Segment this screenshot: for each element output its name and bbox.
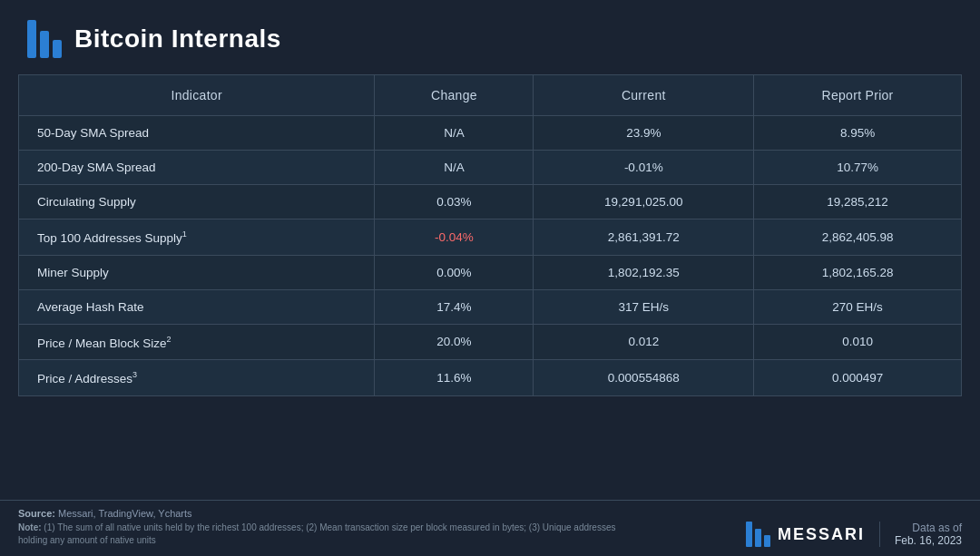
messari-bar-2 (755, 529, 761, 547)
bitcoin-internals-logo (27, 20, 62, 58)
messari-bar-1 (746, 522, 752, 547)
data-as-of: Data as of Feb. 16, 2023 (879, 522, 962, 547)
table-row: Miner Supply0.00%1,802,192.351,802,165.2… (19, 255, 962, 289)
cell-indicator: 200-Day SMA Spread (19, 151, 375, 185)
page-title: Bitcoin Internals (74, 24, 281, 54)
cell-report-prior: 0.000497 (754, 360, 962, 396)
logo-bar-3 (53, 40, 62, 58)
data-as-of-date: Feb. 16, 2023 (895, 534, 962, 547)
cell-change: 11.6% (375, 360, 534, 396)
cell-report-prior: 0.010 (754, 324, 962, 360)
cell-indicator: Price / Mean Block Size2 (19, 324, 375, 360)
cell-report-prior: 270 EH/s (754, 289, 962, 324)
note-value: (1) The sum of all native units held by … (18, 522, 615, 545)
data-table-container: Indicator Change Current Report Prior 50… (0, 74, 980, 500)
cell-indicator: Circulating Supply (19, 185, 375, 219)
table-row: Circulating Supply0.03%19,291,025.0019,2… (19, 185, 962, 219)
table-row: 50-Day SMA SpreadN/A23.9%8.95% (19, 116, 962, 151)
source-label: Source: (18, 508, 55, 519)
col-header-change: Change (375, 75, 534, 116)
cell-change: 0.00% (375, 255, 534, 289)
logo-bar-1 (27, 20, 36, 58)
cell-change: N/A (375, 151, 534, 185)
footer-notes: Source: Messari, TradingView, Ycharts No… (18, 508, 635, 547)
col-header-current: Current (534, 75, 754, 116)
cell-current: 0.000554868 (534, 360, 754, 396)
table-row: Price / Mean Block Size220.0%0.0120.010 (19, 324, 962, 360)
table-row: Average Hash Rate17.4%317 EH/s270 EH/s (19, 289, 962, 324)
note-label: Note: (18, 522, 42, 532)
cell-change: 17.4% (375, 289, 534, 324)
cell-current: 1,802,192.35 (534, 255, 754, 289)
messari-brand-name: MESSARI (778, 525, 865, 544)
col-header-indicator: Indicator (19, 75, 375, 116)
cell-current: 2,861,391.72 (534, 219, 754, 256)
cell-change: 20.0% (375, 324, 534, 360)
messari-bar-3 (764, 535, 770, 547)
footer-branding: MESSARI Data as of Feb. 16, 2023 (746, 522, 962, 547)
messari-logo-icon (746, 522, 770, 547)
cell-current: 23.9% (534, 116, 754, 151)
table-row: 200-Day SMA SpreadN/A-0.01%10.77% (19, 151, 962, 185)
cell-indicator: 50-Day SMA Spread (19, 116, 375, 151)
cell-change: N/A (375, 116, 534, 151)
source-value: Messari, TradingView, Ycharts (58, 508, 192, 519)
cell-change: 0.03% (375, 185, 534, 219)
messari-logo: MESSARI (746, 522, 865, 547)
page-footer: Source: Messari, TradingView, Ycharts No… (0, 500, 980, 556)
cell-current: 0.012 (534, 324, 754, 360)
cell-indicator: Top 100 Addresses Supply1 (19, 219, 375, 256)
cell-current: -0.01% (534, 151, 754, 185)
cell-current: 19,291,025.00 (534, 185, 754, 219)
cell-change: -0.04% (375, 219, 534, 256)
logo-bar-2 (40, 31, 49, 58)
data-as-of-label: Data as of (895, 522, 962, 534)
cell-indicator: Miner Supply (19, 255, 375, 289)
footer-source: Source: Messari, TradingView, Ycharts (18, 508, 635, 519)
cell-indicator: Price / Addresses3 (19, 360, 375, 396)
footer-note: Note: (1) The sum of all native units he… (18, 522, 635, 547)
table-row: Price / Addresses311.6%0.0005548680.0004… (19, 360, 962, 396)
cell-current: 317 EH/s (534, 289, 754, 324)
table-row: Top 100 Addresses Supply1-0.04%2,861,391… (19, 219, 962, 256)
cell-report-prior: 10.77% (754, 151, 962, 185)
cell-report-prior: 19,285,212 (754, 185, 962, 219)
page-header: Bitcoin Internals (0, 0, 980, 74)
cell-report-prior: 1,802,165.28 (754, 255, 962, 289)
col-header-report-prior: Report Prior (754, 75, 962, 116)
table-header-row: Indicator Change Current Report Prior (19, 75, 962, 116)
cell-indicator: Average Hash Rate (19, 289, 375, 324)
bitcoin-internals-table: Indicator Change Current Report Prior 50… (18, 74, 962, 396)
cell-report-prior: 8.95% (754, 116, 962, 151)
cell-report-prior: 2,862,405.98 (754, 219, 962, 256)
